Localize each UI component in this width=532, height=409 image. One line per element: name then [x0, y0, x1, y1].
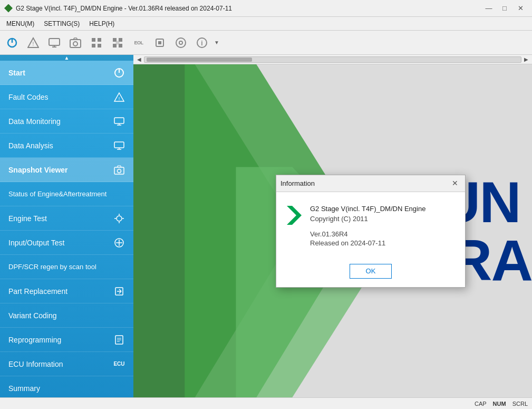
- menu-setting[interactable]: SETTING(S): [40, 19, 84, 28]
- svg-text:!: !: [119, 96, 120, 101]
- toolbar-monitor[interactable]: [44, 33, 64, 53]
- toolbar-snapshot[interactable]: [65, 33, 85, 53]
- dialog-released: Released on 2024-07-11: [310, 239, 454, 247]
- menu-menu[interactable]: MENU(M): [2, 19, 38, 28]
- toolbar-warning[interactable]: !: [23, 33, 43, 53]
- dialog-ok-button[interactable]: OK: [350, 264, 392, 279]
- status-num: NUM: [493, 401, 506, 407]
- camera-icon: [113, 164, 125, 176]
- toolbar-eol[interactable]: EOL: [129, 33, 149, 53]
- sidebar-item-variant-coding[interactable]: Variant Coding: [0, 303, 133, 328]
- dialog-footer: OK: [276, 258, 465, 287]
- h-scrollbar-top: ◀ ▶: [133, 55, 532, 64]
- toolbar-info[interactable]: i: [192, 33, 212, 53]
- content-area: ◀ ▶ HYUN INFRA: [133, 55, 532, 397]
- sidebar-scroll-up[interactable]: ▲: [0, 55, 133, 61]
- svg-rect-31: [114, 142, 124, 148]
- sidebar-item-fault-codes[interactable]: Fault Codes !: [0, 85, 133, 109]
- h-scroll-left[interactable]: ◀: [134, 55, 144, 64]
- status-bar: CAP NUM SCRL: [0, 397, 532, 409]
- dialog-close-button[interactable]: ✕: [449, 177, 461, 189]
- svg-text:!: !: [33, 41, 34, 47]
- h-scroll-track[interactable]: [144, 56, 521, 63]
- dialog-body: G2 Stage V(incl. T4F)_DM/DN Engine Copyr…: [276, 192, 465, 258]
- information-dialog: Information ✕ G2 Stage V(incl. T4F)_DM/D…: [276, 175, 466, 288]
- toolbar-power[interactable]: [2, 33, 22, 53]
- toolbar-grid2[interactable]: [108, 33, 128, 53]
- toolbar-cd[interactable]: [171, 33, 191, 53]
- toolbar: ! EOL i ▼: [0, 31, 532, 55]
- toolbar-chip[interactable]: [150, 33, 170, 53]
- dialog-overlay: Information ✕ G2 Stage V(incl. T4F)_DM/D…: [133, 64, 532, 397]
- sidebar-item-status-engine[interactable]: Status of Engine&Aftertreatment: [0, 182, 133, 206]
- close-button[interactable]: ✕: [513, 1, 528, 16]
- svg-rect-4: [49, 39, 60, 45]
- dialog-title: Information: [280, 179, 315, 187]
- sidebar-item-data-monitoring[interactable]: Data Monitoring: [0, 109, 133, 134]
- svg-rect-28: [114, 118, 124, 123]
- sidebar-item-engine-test[interactable]: Engine Test: [0, 206, 133, 231]
- window-controls: — □ ✕: [481, 1, 528, 16]
- replace-icon: [113, 286, 125, 297]
- svg-rect-19: [158, 41, 161, 44]
- svg-rect-10: [98, 38, 101, 42]
- sidebar-item-data-analysis[interactable]: Data Analysis: [0, 134, 133, 158]
- sidebar-item-ecu-info[interactable]: ECU Information ECU: [0, 352, 133, 376]
- sidebar-item-start[interactable]: Start: [0, 61, 133, 85]
- reprog-icon: [113, 334, 125, 346]
- svg-point-36: [117, 216, 122, 221]
- dialog-app-name: G2 Stage V(incl. T4F)_DM/DN Engine: [310, 205, 454, 213]
- start-icon: [113, 67, 125, 79]
- svg-text:i: i: [201, 40, 202, 47]
- monitor-icon: [113, 116, 125, 127]
- engine-icon: [113, 213, 125, 224]
- svg-point-8: [73, 42, 78, 46]
- menu-help[interactable]: HELP(H): [85, 19, 119, 28]
- dialog-chevron-icon: [287, 206, 302, 221]
- svg-rect-12: [98, 44, 101, 47]
- status-cap: CAP: [475, 401, 487, 407]
- sidebar: ▲ Start Fault Codes ! Data Monitoring Da…: [0, 55, 133, 397]
- dialog-copyright: Copyright (C) 2011: [310, 215, 454, 223]
- sidebar-item-reprogramming[interactable]: Reprogramming: [0, 328, 133, 352]
- dialog-version: Ver.01.36R4: [310, 230, 454, 238]
- dialog-titlebar: Information ✕: [276, 175, 465, 192]
- sidebar-item-io-test[interactable]: Input/Output Test: [0, 231, 133, 255]
- svg-point-21: [179, 41, 182, 44]
- svg-rect-17: [116, 41, 120, 44]
- ecu-icon: ECU: [113, 358, 125, 370]
- minimize-button[interactable]: —: [481, 1, 496, 16]
- title-text: G2 Stage V(incl. T4F)_DM/DN Engine - Ver…: [16, 5, 232, 12]
- warning-icon: !: [113, 91, 125, 103]
- toolbar-dropdown-arrow[interactable]: ▼: [214, 40, 219, 45]
- sidebar-item-snapshot-viewer[interactable]: Snapshot Viewer: [0, 158, 133, 182]
- menu-bar: MENU(M) SETTING(S) HELP(H): [0, 17, 532, 31]
- maximize-button[interactable]: □: [497, 1, 512, 16]
- content-body: HYUN INFRA Information ✕: [133, 64, 532, 397]
- svg-point-35: [118, 169, 121, 173]
- svg-rect-9: [92, 38, 95, 42]
- sidebar-item-part-replacement[interactable]: Part Replacement: [0, 279, 133, 303]
- dialog-content: G2 Stage V(incl. T4F)_DM/DN Engine Copyr…: [310, 205, 454, 247]
- svg-marker-55: [287, 206, 302, 225]
- toolbar-grid1[interactable]: [86, 33, 107, 53]
- sidebar-item-dpf-scr[interactable]: DPF/SCR regen by scan tool: [0, 255, 133, 279]
- analysis-icon: [113, 140, 125, 151]
- sidebar-item-summary[interactable]: Summary: [0, 376, 133, 397]
- h-scroll-right[interactable]: ▶: [521, 55, 531, 64]
- status-scrl: SCRL: [512, 401, 528, 407]
- app-icon: [4, 4, 13, 13]
- title-bar: G2 Stage V(incl. T4F)_DM/DN Engine - Ver…: [0, 0, 532, 17]
- h-scroll-thumb: [147, 58, 252, 62]
- svg-rect-11: [92, 44, 95, 47]
- io-icon: [113, 237, 125, 249]
